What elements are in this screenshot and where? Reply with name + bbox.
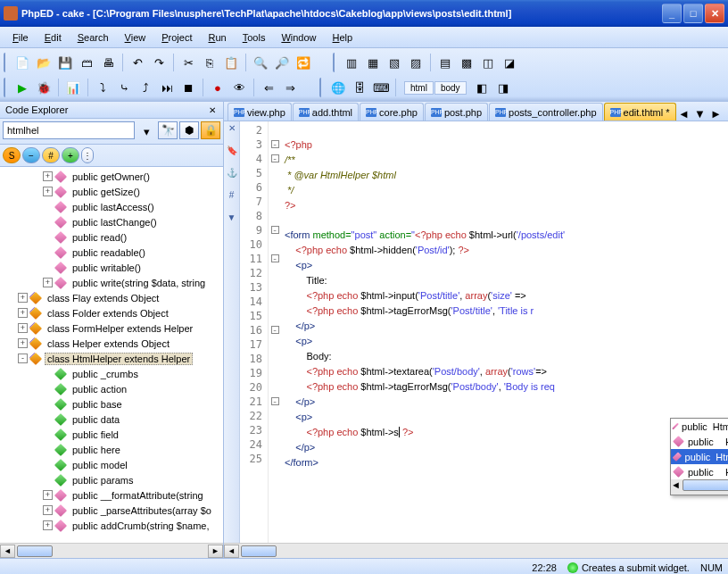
bc-nav2-icon[interactable]: ◨ — [493, 78, 513, 97]
close-button[interactable]: ✕ — [705, 4, 724, 23]
tree-item[interactable]: public base — [2, 396, 221, 412]
replace-icon[interactable]: 🔁 — [294, 53, 313, 72]
code-editor[interactable]: <?php /** * @var HtmlHelper $html */ ?> … — [281, 121, 728, 543]
tree-item[interactable]: public read() — [2, 229, 221, 245]
menu-tools[interactable]: Tools — [236, 29, 273, 46]
tab-nav-icon[interactable]: ▼ — [693, 106, 707, 121]
step-out-icon[interactable]: ⤴ — [136, 78, 155, 97]
tree-item[interactable]: public readable() — [2, 245, 221, 260]
panel1-icon[interactable]: ▥ — [342, 53, 361, 72]
tree-item[interactable]: +class Flay extends Object — [2, 290, 221, 305]
menu-file[interactable]: File — [5, 29, 36, 46]
menu-window[interactable]: Window — [274, 29, 323, 46]
autocomplete-item[interactable]: publicHtmlHelper::submit(string $caption… — [671, 449, 728, 464]
autocomplete-item[interactable]: publicHtmlHelper::setFormTag(string $tag… — [671, 434, 728, 449]
nav2-icon[interactable]: ⇒ — [280, 78, 300, 97]
step-over-icon[interactable]: ⤵ — [93, 78, 112, 97]
tree-item[interactable]: public here — [2, 442, 221, 457]
tree-item[interactable]: +public write(string $data, string — [2, 275, 221, 290]
browser-icon[interactable]: 🌐 — [328, 78, 348, 97]
tab-view-php[interactable]: PHPview.php — [228, 103, 292, 121]
menu-help[interactable]: Help — [326, 29, 360, 46]
bc-nav1-icon[interactable]: ◧ — [472, 78, 492, 97]
panel7-icon[interactable]: ◫ — [478, 53, 498, 72]
tree-item[interactable]: public _crumbs — [2, 366, 221, 381]
tab-nav-icon[interactable]: ► — [709, 106, 724, 121]
cut-icon[interactable]: ✂ — [178, 53, 198, 72]
panel-close-icon[interactable]: ✕ — [207, 104, 218, 115]
tree-item[interactable]: public model — [2, 457, 221, 472]
menu-search[interactable]: Search — [70, 29, 116, 46]
print-icon[interactable]: 🖶 — [98, 53, 118, 72]
filter1-icon[interactable]: ⬢ — [179, 121, 199, 139]
menu-view[interactable]: View — [118, 29, 153, 46]
nav1-icon[interactable]: ⇐ — [259, 78, 278, 97]
tab-add-thtml[interactable]: PHPadd.thtml — [293, 103, 359, 121]
step-into-icon[interactable]: ⤷ — [114, 78, 134, 97]
panel5-icon[interactable]: ▤ — [435, 53, 455, 72]
tab-core-php[interactable]: PHPcore.php — [360, 103, 424, 121]
open-icon[interactable]: 📂 — [34, 53, 54, 72]
tab-nav-icon[interactable]: ◄ — [677, 106, 691, 121]
fold-gutter[interactable]: -- - - - - — [269, 121, 281, 543]
tree-item[interactable]: public field — [2, 427, 221, 442]
run-to-icon[interactable]: ⏭ — [157, 78, 177, 97]
tree-item[interactable]: public lastChange() — [2, 214, 221, 229]
tree-item[interactable]: public action — [2, 381, 221, 396]
save-all-icon[interactable]: 🗃 — [77, 53, 96, 72]
dropdown-icon[interactable]: ▾ — [136, 121, 156, 141]
menu-project[interactable]: Project — [154, 29, 199, 46]
tree-item[interactable]: +public getOwner() — [2, 169, 221, 184]
paste-icon[interactable]: 📋 — [221, 53, 241, 72]
autocomplete-item[interactable]: publicHtmlHelper::selectTag(string $fiel… — [671, 419, 728, 434]
menu-run[interactable]: Run — [202, 29, 234, 46]
run-icon[interactable]: ▶ — [12, 78, 32, 97]
autocomplete-item[interactable]: publicHtmlHelper::submitTag() — [671, 464, 728, 479]
tree-item[interactable]: +class FormHelper extends Helper — [2, 320, 221, 336]
panel2-icon[interactable]: ▦ — [363, 53, 383, 72]
tree-item[interactable]: +public __formatAttribute(string — [2, 487, 221, 503]
tree-item[interactable]: -class HtmlHelper extends Helper — [2, 351, 221, 366]
filter-more-icon[interactable]: ⋮ — [81, 147, 94, 163]
profile-icon[interactable]: 📊 — [63, 78, 83, 97]
terminal-icon[interactable]: ⌨ — [371, 78, 391, 97]
down-marker-icon[interactable]: ▼ — [228, 212, 236, 222]
filter-plus-icon[interactable]: + — [62, 147, 79, 163]
watch-icon[interactable]: 👁 — [229, 78, 249, 97]
x-marker-icon[interactable]: ✕ — [228, 123, 236, 133]
editor-h-scrollbar[interactable]: ◄► — [224, 543, 728, 558]
stop-icon[interactable]: ⏹ — [178, 78, 198, 97]
panel8-icon[interactable]: ◪ — [500, 53, 519, 72]
search-input[interactable] — [3, 121, 135, 139]
tree-item[interactable]: +public _parseAttributes(array $o — [2, 503, 221, 518]
panel6-icon[interactable]: ▩ — [457, 53, 476, 72]
copy-icon[interactable]: ⎘ — [200, 53, 219, 72]
tree-item[interactable]: +class Helper extends Object — [2, 336, 221, 351]
redo-icon[interactable]: ↷ — [149, 53, 169, 72]
tree-item[interactable]: +class Folder extends Object — [2, 305, 221, 320]
tree-item[interactable]: public lastAccess() — [2, 199, 221, 214]
tree-item[interactable]: public params — [2, 472, 221, 487]
tab-nav-icon[interactable]: ✕ — [725, 106, 729, 121]
filter-hash-icon[interactable]: # — [42, 147, 60, 163]
panel3-icon[interactable]: ▧ — [385, 53, 404, 72]
save-icon[interactable]: 💾 — [55, 53, 75, 72]
bookmark-marker-icon[interactable]: 🔖 — [227, 146, 237, 155]
marker-bar[interactable]: ✕ 🔖 ⚓ # ▼ — [224, 121, 240, 543]
panel4-icon[interactable]: ▨ — [406, 53, 426, 72]
new-file-icon[interactable]: 📄 — [12, 53, 32, 72]
anchor-marker-icon[interactable]: ⚓ — [227, 168, 237, 178]
filter-minus-icon[interactable]: − — [22, 147, 40, 163]
lock-filter-icon[interactable]: 🔒 — [201, 121, 220, 139]
filter-s-icon[interactable]: S — [3, 147, 21, 163]
tree-item[interactable]: +public addCrumb(string $name, — [2, 518, 221, 533]
debug-icon[interactable]: 🐞 — [34, 78, 54, 97]
tree-item[interactable]: public writable() — [2, 260, 221, 275]
undo-icon[interactable]: ↶ — [128, 53, 147, 72]
tab-edit-thtml-[interactable]: PHPedit.thtml * — [604, 103, 676, 121]
breadcrumb-html[interactable]: html — [404, 81, 434, 95]
tree[interactable]: +public getOwner()+public getSize()publi… — [0, 167, 223, 543]
h-scrollbar[interactable]: ◄► — [0, 543, 223, 558]
binoculars-icon[interactable]: 🔭 — [158, 121, 178, 139]
autocomplete-popup[interactable]: publicHtmlHelper::selectTag(string $fiel… — [670, 418, 728, 495]
